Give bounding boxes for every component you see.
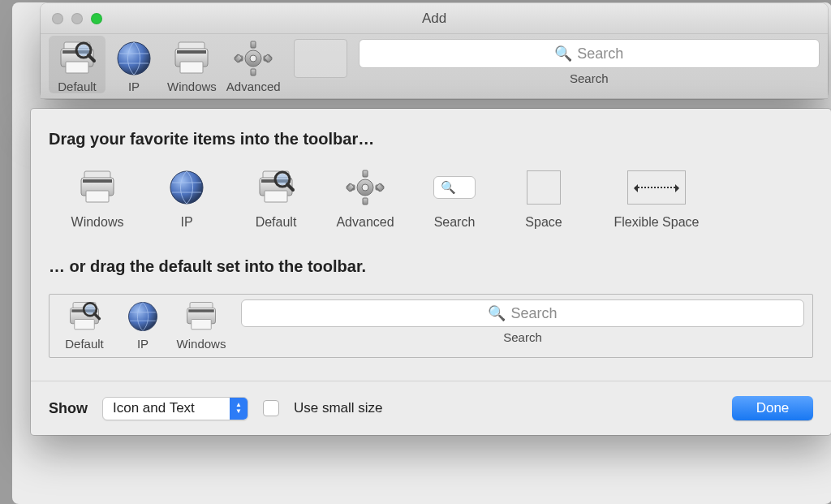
palette-space-label: Space — [525, 209, 562, 230]
default-set-search[interactable]: 🔍 Search — [241, 299, 804, 327]
default-set-default-label: Default — [65, 334, 104, 351]
toolbar-search-wrap: 🔍 Search Search — [359, 39, 820, 85]
toolbar-advanced-label: Advanced — [226, 78, 281, 93]
close-window-button[interactable] — [52, 13, 63, 24]
search-icon: 🔍 — [488, 304, 506, 322]
default-set-search-placeholder: Search — [510, 305, 557, 322]
minimize-window-button[interactable] — [71, 13, 83, 24]
window-controls — [41, 13, 102, 24]
default-set-windows-label: Windows — [177, 334, 226, 351]
toolbar-advanced[interactable]: Advanced — [222, 36, 286, 93]
sheet-footer: Show Icon and Text ▲▼ Use small size Don… — [31, 381, 831, 435]
sheet-heading-1: Drag your favorite items into the toolba… — [49, 130, 813, 149]
sheet-body: Drag your favorite items into the toolba… — [31, 109, 831, 381]
toolbar-spacer[interactable] — [294, 39, 347, 78]
search-field-icon: 🔍 — [433, 166, 476, 209]
titlebar: Add — [41, 3, 828, 34]
toolbar-ip-label: IP — [128, 78, 140, 93]
toolbar-default[interactable]: Default — [49, 36, 105, 93]
globe-icon — [126, 299, 160, 334]
palette-search[interactable]: 🔍 Search — [425, 166, 484, 230]
palette-windows[interactable]: Windows — [68, 166, 127, 230]
palette-default-label: Default — [256, 209, 297, 230]
done-button[interactable]: Done — [732, 396, 813, 420]
customize-toolbar-sheet: Drag your favorite items into the toolba… — [31, 109, 831, 435]
toolbar-windows-label: Windows — [167, 78, 217, 93]
add-printer-window: Add Default IP Windows Advanced — [41, 3, 828, 99]
show-select[interactable]: Icon and Text ▲▼ — [102, 397, 248, 420]
sheet-heading-2: … or drag the default set into the toolb… — [49, 257, 813, 276]
default-set-windows[interactable]: Windows — [174, 299, 228, 351]
toolbar-ip[interactable]: IP — [105, 36, 162, 93]
globe-icon — [114, 39, 153, 78]
default-set-box[interactable]: Default IP Windows 🔍 Search — [49, 294, 813, 358]
gear-icon — [344, 166, 386, 209]
use-small-size-label: Use small size — [294, 400, 383, 416]
palette-flexible-space-label: Flexible Space — [614, 209, 700, 230]
default-set-ip-label: IP — [137, 334, 149, 351]
printer-magnifier-icon — [255, 166, 297, 209]
palette-advanced[interactable]: Advanced — [336, 166, 394, 230]
toolbar-left-group: Default IP Windows Advanced — [49, 36, 286, 93]
toolbar-windows[interactable]: Windows — [162, 36, 222, 93]
palette-search-label: Search — [434, 209, 476, 230]
default-set-default[interactable]: Default — [58, 299, 111, 351]
palette-advanced-label: Advanced — [336, 209, 394, 230]
default-set-ip[interactable]: IP — [116, 299, 170, 351]
toolbar-search-placeholder: Search — [577, 45, 623, 62]
available-items-palette: Windows IP Default Advanced 🔍 Search — [49, 166, 813, 230]
use-small-size-checkbox[interactable] — [263, 400, 279, 416]
zoom-window-button[interactable] — [91, 13, 102, 24]
toolbar-search-field[interactable]: 🔍 Search — [359, 39, 820, 68]
printer-magnifier-icon — [67, 299, 101, 334]
printer-magnifier-icon — [58, 39, 97, 78]
palette-flexible-space[interactable]: Flexible Space — [604, 166, 709, 230]
default-set-search-wrap: 🔍 Search Search — [241, 299, 804, 344]
chevron-up-down-icon: ▲▼ — [230, 398, 248, 420]
printer-icon — [76, 166, 118, 209]
show-label: Show — [49, 400, 88, 417]
search-icon: 🔍 — [554, 45, 572, 62]
printer-icon — [184, 299, 218, 334]
palette-windows-label: Windows — [71, 209, 124, 230]
space-icon — [523, 166, 565, 209]
default-set-search-caption: Search — [241, 327, 804, 344]
printer-icon — [172, 39, 211, 78]
default-set-group: Default IP Windows — [58, 299, 228, 351]
show-select-value: Icon and Text — [113, 400, 195, 416]
toolbar-search-caption: Search — [359, 68, 820, 85]
globe-icon — [166, 166, 208, 209]
flexible-space-icon — [626, 166, 687, 209]
window-title: Add — [41, 11, 828, 27]
palette-ip-label: IP — [180, 209, 192, 230]
toolbar: Default IP Windows Advanced 🔍 Search Sea… — [41, 34, 828, 99]
gear-icon — [234, 39, 273, 78]
palette-space[interactable]: Space — [515, 166, 573, 230]
palette-ip[interactable]: IP — [157, 166, 216, 230]
toolbar-default-label: Default — [58, 78, 97, 93]
palette-default[interactable]: Default — [247, 166, 305, 230]
